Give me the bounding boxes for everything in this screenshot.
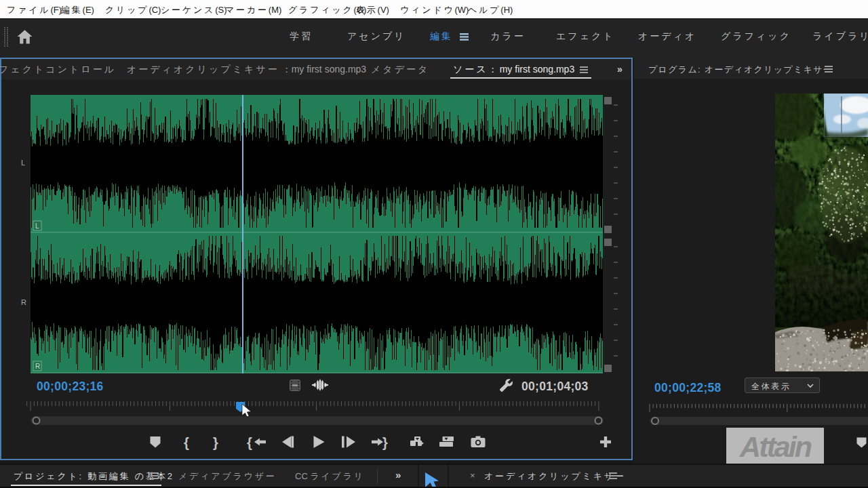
svg-text:}: }: [213, 435, 218, 450]
svg-text:{: {: [247, 435, 252, 450]
svg-text:R: R: [35, 363, 40, 370]
svg-text:{: {: [184, 435, 189, 450]
svg-text:L: L: [35, 222, 39, 230]
svg-text:}: }: [382, 435, 388, 450]
